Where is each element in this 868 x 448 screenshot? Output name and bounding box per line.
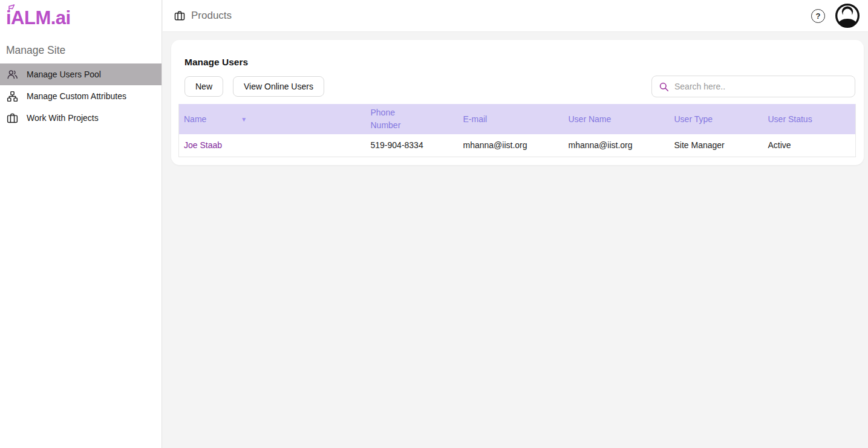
briefcase-icon <box>174 10 186 22</box>
column-header-name[interactable]: Name▼ <box>179 104 371 134</box>
page-title: Products <box>191 10 232 22</box>
topbar: Products ? <box>163 0 868 32</box>
sort-desc-icon: ▼ <box>241 116 247 123</box>
user-avatar[interactable] <box>834 2 861 29</box>
users-table: Name▼ Phone Number E-mail User Name User… <box>178 104 856 157</box>
toolbar: New View Online Users <box>184 76 855 97</box>
user-name-link[interactable]: Joe Staab <box>184 140 222 150</box>
people-icon <box>6 68 19 81</box>
table-row[interactable]: Joe Staab 519-904-8334 mhanna@iist.org m… <box>179 134 856 157</box>
sidebar-item-work-with-projects[interactable]: Work With Projects <box>0 107 162 129</box>
users-table-wrap: Name▼ Phone Number E-mail User Name User… <box>178 104 855 157</box>
sidebar-item-manage-users-pool[interactable]: Manage Users Pool <box>0 63 162 85</box>
sitemap-icon <box>6 90 19 103</box>
card-title: Manage Users <box>184 57 855 68</box>
cell-name: Joe Staab <box>179 134 371 157</box>
sidebar-item-label: Work With Projects <box>27 113 99 123</box>
column-header-email[interactable]: E-mail <box>463 104 569 134</box>
cell-user-type: Site Manager <box>674 134 768 157</box>
briefcase-icon <box>6 112 19 125</box>
view-online-users-button[interactable]: View Online Users <box>233 76 324 97</box>
new-button[interactable]: New <box>184 76 223 97</box>
sidebar-item-label: Manage Users Pool <box>27 70 101 79</box>
manage-users-card: Manage Users New View Online Users Name▼ <box>171 40 864 165</box>
search-box[interactable] <box>651 76 855 97</box>
cell-user-status: Active <box>768 134 856 157</box>
topbar-actions: ? <box>811 2 861 29</box>
sidebar: iALM.ai Manage Site Manage Users Pool Ma… <box>0 0 162 448</box>
search-input[interactable] <box>674 82 848 91</box>
column-header-user-type[interactable]: User Type <box>674 104 768 134</box>
sidebar-section-title: Manage Site <box>6 44 162 57</box>
sidebar-item-label: Manage Custom Attributes <box>27 91 126 101</box>
cell-phone: 519-904-8334 <box>371 134 463 157</box>
flag-icon <box>7 4 16 12</box>
cell-user-name: mhanna@iist.org <box>569 134 674 157</box>
help-icon[interactable]: ? <box>811 9 825 23</box>
column-header-user-status[interactable]: User Status <box>768 104 856 134</box>
page-title-group: Products <box>174 10 232 22</box>
app-logo[interactable]: iALM.ai <box>6 7 71 29</box>
sidebar-item-manage-custom-attributes[interactable]: Manage Custom Attributes <box>0 85 162 107</box>
cell-email: mhanna@iist.org <box>463 134 569 157</box>
help-glyph: ? <box>816 11 821 21</box>
column-header-user-name[interactable]: User Name <box>569 104 674 134</box>
table-header-row: Name▼ Phone Number E-mail User Name User… <box>179 104 856 134</box>
search-icon <box>659 82 669 92</box>
app-logo-text: iALM.ai <box>6 7 71 28</box>
column-header-phone-number[interactable]: Phone Number <box>371 104 463 134</box>
